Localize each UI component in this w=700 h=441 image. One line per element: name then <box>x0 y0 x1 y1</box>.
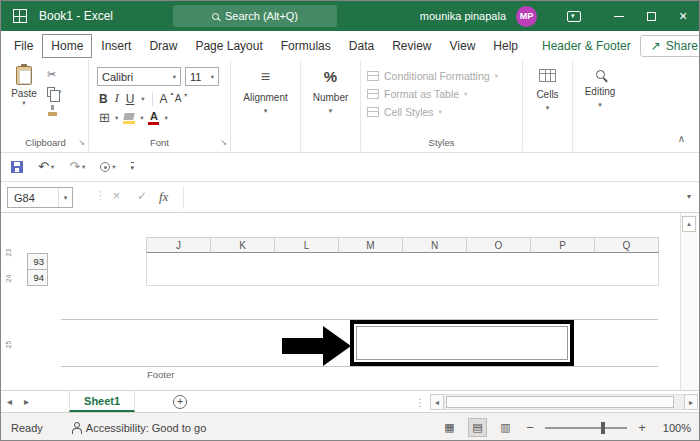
search-box[interactable]: Search (Alt+Q) <box>173 5 337 27</box>
column-header[interactable]: P <box>530 237 595 253</box>
copy-button[interactable]: ▾ <box>47 86 61 98</box>
previous-sheet-button[interactable]: ◂ <box>1 396 18 407</box>
alignment-group-button[interactable]: ≡ Alignment ▾ <box>231 60 301 151</box>
tab-help[interactable]: Help <box>484 34 527 58</box>
collapse-ribbon-button[interactable]: ∧ <box>678 133 685 144</box>
paste-button[interactable]: Paste ▾ <box>6 66 42 107</box>
grid-cell[interactable] <box>594 253 659 270</box>
tab-formulas[interactable]: Formulas <box>272 34 340 58</box>
editing-group-button[interactable]: Editing ▾ <box>573 60 627 151</box>
close-button[interactable]: × <box>667 1 699 31</box>
view-page-layout-button[interactable]: ▤ <box>468 418 487 437</box>
sheet-tab-sheet1[interactable]: Sheet1 <box>69 391 135 412</box>
grid-cell[interactable] <box>402 253 467 270</box>
center-footer-section[interactable] <box>356 326 568 360</box>
next-sheet-button[interactable]: ▸ <box>18 396 35 407</box>
add-sheet-button[interactable]: + <box>173 395 187 409</box>
customize-qat-button[interactable]: ▾ <box>131 162 135 172</box>
horizontal-scrollbar[interactable] <box>444 394 684 410</box>
tab-review[interactable]: Review <box>383 34 440 58</box>
zoom-slider[interactable] <box>545 427 627 429</box>
column-header[interactable]: J <box>146 237 211 253</box>
tab-page-layout[interactable]: Page Layout <box>186 34 271 58</box>
font-size-select[interactable]: 11 ▾ <box>185 67 219 86</box>
insert-function-button[interactable]: fx <box>159 189 168 205</box>
tab-draw[interactable]: Draw <box>140 34 186 58</box>
column-header[interactable]: L <box>274 237 339 253</box>
zoom-level[interactable]: 100% <box>657 422 691 434</box>
zoom-out-button[interactable]: − <box>524 420 536 435</box>
undo-button[interactable]: ↶▾ <box>38 161 54 173</box>
accessibility-status[interactable]: Accessibility: Good to go <box>71 422 206 434</box>
cells-group-button[interactable]: Cells ▾ <box>523 60 573 151</box>
view-page-break-button[interactable]: ▥ <box>496 418 515 437</box>
column-header[interactable]: M <box>338 237 403 253</box>
font-dialog-launcher[interactable]: ↘ <box>220 138 227 147</box>
borders-icon[interactable]: ⊞ <box>99 112 110 124</box>
grow-font-button[interactable]: A <box>160 92 168 106</box>
redo-button[interactable]: ↷▾ <box>69 161 85 173</box>
underline-button[interactable]: U <box>126 92 135 106</box>
font-name-select[interactable]: Calibri ▾ <box>97 67 181 86</box>
grid-cell[interactable] <box>402 269 467 286</box>
minimize-button[interactable] <box>603 1 635 31</box>
zoom-slider-thumb[interactable] <box>601 422 605 434</box>
bold-button[interactable]: B <box>99 92 108 106</box>
format-painter-button[interactable] <box>47 104 61 116</box>
format-as-table-button[interactable]: Format as Table ▾ <box>367 86 467 102</box>
tab-split-handle[interactable]: ⋮ <box>415 397 425 408</box>
grid-cell[interactable] <box>338 253 403 270</box>
font-color-button[interactable]: A <box>148 111 159 125</box>
avatar[interactable]: MP <box>516 6 537 27</box>
column-header[interactable]: Q <box>594 237 659 253</box>
conditional-formatting-button[interactable]: Conditional Formatting ▾ <box>367 68 498 84</box>
scroll-left-button[interactable]: ◂ <box>430 394 444 410</box>
tab-data[interactable]: Data <box>340 34 383 58</box>
ribbon-display-options-icon[interactable] <box>567 11 581 22</box>
tab-header-footer[interactable]: Header & Footer <box>533 34 640 58</box>
clipboard-dialog-launcher[interactable]: ↘ <box>78 138 85 147</box>
tab-home[interactable]: Home <box>42 34 92 58</box>
grid-cell[interactable] <box>338 269 403 286</box>
grid-cell[interactable] <box>274 253 339 270</box>
row-header[interactable]: 94 <box>27 269 48 286</box>
grid-cell[interactable] <box>466 269 531 286</box>
horizontal-scroll-thumb[interactable] <box>446 396 674 408</box>
column-header[interactable]: O <box>466 237 531 253</box>
name-box[interactable]: G84 ▾ <box>7 187 73 208</box>
grid-cell[interactable] <box>210 253 275 270</box>
qat-extra-button[interactable]: ▾ <box>100 162 115 172</box>
grid-cell[interactable] <box>146 253 211 270</box>
tab-insert[interactable]: Insert <box>92 34 140 58</box>
grid-cell[interactable] <box>594 269 659 286</box>
grid-cell[interactable] <box>146 269 211 286</box>
tab-view[interactable]: View <box>441 34 485 58</box>
grid-cell[interactable] <box>210 269 275 286</box>
zoom-in-button[interactable]: + <box>636 420 648 435</box>
share-button[interactable]: ↗ Share <box>640 35 700 57</box>
grid-cell[interactable] <box>466 253 531 270</box>
grid-cell[interactable] <box>530 253 595 270</box>
shrink-font-button[interactable]: A <box>175 93 182 104</box>
cancel-button[interactable]: × <box>113 190 120 202</box>
enter-button[interactable]: ✓ <box>137 190 147 202</box>
grid-cell[interactable] <box>274 269 339 286</box>
formula-input[interactable] <box>183 186 675 209</box>
cell-styles-button[interactable]: Cell Styles ▾ <box>367 104 442 120</box>
italic-button[interactable]: I <box>115 91 119 106</box>
save-button[interactable] <box>11 161 23 173</box>
row-header[interactable]: 93 <box>27 253 48 270</box>
fill-color-button[interactable] <box>123 113 135 124</box>
scroll-up-button[interactable]: ▴ <box>682 216 696 232</box>
cut-button[interactable]: ✂ <box>47 68 61 80</box>
vertical-scrollbar[interactable]: ▴ <box>680 213 697 390</box>
maximize-button[interactable] <box>635 1 667 31</box>
column-header[interactable]: K <box>210 237 275 253</box>
expand-formula-bar-icon[interactable]: ▾ <box>687 192 691 201</box>
scroll-right-button[interactable]: ▸ <box>684 394 698 410</box>
column-header[interactable]: N <box>402 237 467 253</box>
view-normal-button[interactable]: ▦ <box>440 418 459 437</box>
grid-cell[interactable] <box>530 269 595 286</box>
number-group-button[interactable]: % Number ▾ <box>301 60 361 151</box>
tab-file[interactable]: File <box>5 34 42 58</box>
